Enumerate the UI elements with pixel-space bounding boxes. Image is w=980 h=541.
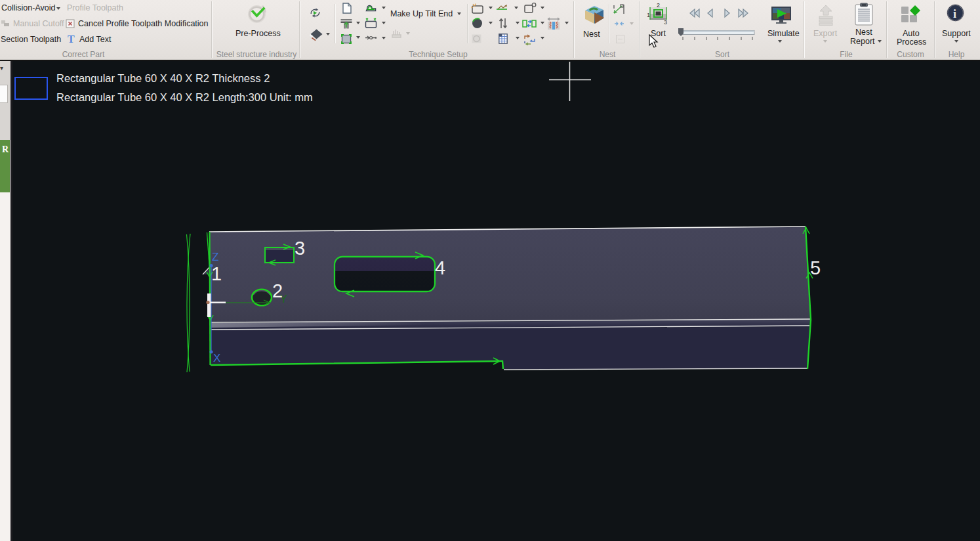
svg-text:5: 5: [810, 257, 821, 278]
svg-text:T: T: [68, 33, 75, 45]
svg-text:i: i: [953, 7, 956, 20]
svg-text:3: 3: [664, 19, 667, 25]
svg-text:X: X: [213, 352, 220, 364]
svg-text:Z: Z: [212, 251, 218, 263]
svg-text:2: 2: [272, 280, 283, 301]
svg-text:4: 4: [435, 257, 445, 278]
svg-text:3: 3: [295, 238, 305, 259]
svg-text:1: 1: [211, 263, 222, 284]
svg-text:1: 1: [647, 12, 650, 18]
